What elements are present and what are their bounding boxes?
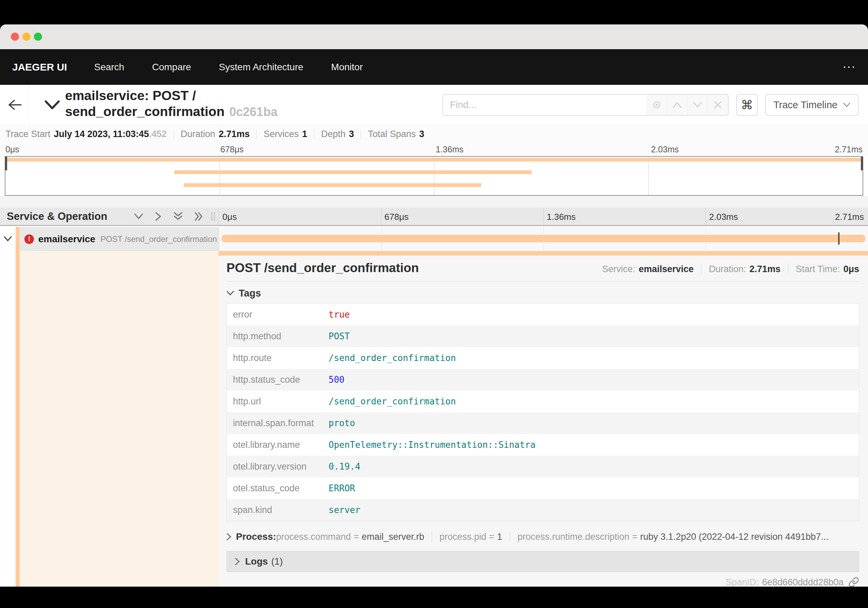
meta-duration: Duration: 2.71ms bbox=[701, 264, 781, 274]
tag-value: OpenTelemetry::Instrumentation::Sinatra bbox=[329, 440, 535, 450]
clear-find-icon[interactable] bbox=[708, 95, 728, 115]
trace-page-header: emailservice: POST / send_order_confirma… bbox=[0, 85, 868, 125]
span-log-marker[interactable] bbox=[838, 232, 840, 245]
summary-depth: Depth 3 bbox=[314, 129, 354, 140]
minimap-tick-4: 2.71ms bbox=[835, 145, 863, 154]
minimap-right-scrubber[interactable] bbox=[861, 157, 863, 170]
timeline-tick-1: 678μs bbox=[384, 212, 409, 222]
span-id-value: 6e8d660dddd28b0a bbox=[762, 577, 843, 587]
summary-services: Services 1 bbox=[256, 129, 307, 140]
chevron-right-icon bbox=[235, 558, 240, 565]
tag-value: server bbox=[329, 505, 360, 515]
tag-value: 500 bbox=[329, 375, 344, 385]
tag-key: otel.library.name bbox=[227, 440, 329, 450]
detail-divider bbox=[226, 281, 859, 281]
macos-titlebar bbox=[0, 25, 868, 49]
span-name-cell[interactable]: ! emailservice POST /send_order_confirma… bbox=[16, 227, 219, 251]
trace-title-line1: emailservice: POST / bbox=[65, 88, 196, 103]
trace-minimap[interactable] bbox=[5, 156, 863, 196]
tag-row-internal-span-format[interactable]: internal.span.format proto bbox=[227, 412, 859, 434]
copy-link-icon[interactable] bbox=[848, 577, 859, 587]
span-operation-name: POST /send_order_confirmation bbox=[100, 235, 217, 244]
trace-view-dropdown-label: Trace Timeline bbox=[773, 100, 837, 110]
detail-title-row: POST /send_order_confirmation Service: e… bbox=[226, 261, 859, 275]
tag-row-http-method[interactable]: http.method POST bbox=[227, 325, 859, 347]
chevron-right-icon bbox=[226, 533, 231, 541]
nav-item-compare[interactable]: Compare bbox=[152, 62, 191, 73]
span-gantt-area bbox=[219, 226, 868, 251]
expand-one-icon[interactable] bbox=[155, 212, 162, 221]
minimap-tick-2: 1.36ms bbox=[436, 145, 463, 154]
minimize-window-button[interactable] bbox=[22, 33, 31, 41]
timeline-tick-4: 2.71ms bbox=[835, 212, 864, 222]
timeline-header: Service & Operation bbox=[0, 208, 868, 226]
summary-trace-start: Trace Start July 14 2023, 11:03:45 .452 bbox=[5, 129, 167, 140]
process-runtime-description: process.runtime.description = ruby 3.1.2… bbox=[510, 532, 828, 542]
zoom-window-button[interactable] bbox=[34, 33, 42, 41]
trace-title-line2: send_order_confirmation bbox=[65, 104, 225, 119]
tag-key: otel.status_code bbox=[227, 483, 329, 494]
logs-section-toggle[interactable]: Logs (1) bbox=[226, 551, 859, 572]
trace-view-dropdown[interactable]: Trace Timeline bbox=[765, 94, 859, 116]
timeline-ticks: 0μs 678μs 1.36ms 2.03ms 2.71ms bbox=[219, 208, 868, 225]
span-service-name: emailservice bbox=[38, 234, 95, 245]
find-input[interactable] bbox=[443, 95, 646, 115]
tag-key: internal.span.format bbox=[227, 418, 329, 429]
timeline-tick-0: 0μs bbox=[222, 212, 237, 222]
detail-meta: Service: emailservice Duration: 2.71ms S… bbox=[602, 264, 859, 274]
minimap-tick-3: 2.03ms bbox=[651, 145, 679, 154]
collapse-all-icon[interactable] bbox=[173, 212, 183, 221]
trace-collapse-toggle[interactable] bbox=[41, 98, 63, 113]
tag-row-http-route[interactable]: http.route /send_order_confirmation bbox=[227, 347, 859, 369]
tag-row-http-url[interactable]: http.url /send_order_confirmation bbox=[227, 390, 859, 412]
tag-row-http-status-code[interactable]: http.status_code 500 bbox=[227, 369, 859, 390]
find-box bbox=[442, 94, 728, 116]
tags-table: error true http.method POST http.route /… bbox=[226, 303, 859, 521]
nav-item-system-architecture[interactable]: System Architecture bbox=[219, 62, 304, 73]
timeline-tick-3: 2.03ms bbox=[709, 212, 738, 222]
tag-row-otel-library-name[interactable]: otel.library.name OpenTelemetry::Instrum… bbox=[227, 434, 859, 456]
meta-service: Service: emailservice bbox=[602, 264, 694, 274]
detail-footer: SpanID: 6e8d660dddd28b0a bbox=[226, 577, 859, 587]
span-row: ! emailservice POST /send_order_confirma… bbox=[0, 226, 868, 251]
section-gap bbox=[0, 196, 868, 208]
tag-row-otel-library-version[interactable]: otel.library.version 0.19.4 bbox=[227, 456, 859, 477]
nav-item-monitor[interactable]: Monitor bbox=[331, 62, 363, 73]
tag-key: http.status_code bbox=[227, 375, 329, 385]
span-duration-bar[interactable] bbox=[222, 235, 866, 242]
tag-key: http.url bbox=[227, 396, 329, 407]
minimap-left-scrubber[interactable] bbox=[5, 157, 7, 170]
match-locate-icon[interactable] bbox=[646, 95, 667, 115]
tags-section-toggle[interactable]: Tags bbox=[226, 287, 859, 299]
detail-left-fill bbox=[20, 251, 219, 587]
nav-overflow-menu-icon[interactable]: ··· bbox=[843, 64, 856, 71]
back-button[interactable] bbox=[0, 85, 29, 125]
collapse-one-icon[interactable] bbox=[134, 213, 143, 220]
summary-total-spans: Total Spans 3 bbox=[361, 129, 424, 140]
process-section-toggle[interactable]: Process: process.command = email_server.… bbox=[226, 529, 859, 544]
span-collapse-toggle[interactable] bbox=[0, 226, 16, 251]
process-section-title: Process: bbox=[236, 531, 276, 542]
column-resize-handle[interactable] bbox=[211, 212, 215, 221]
tag-row-otel-status-code[interactable]: otel.status_code ERROR bbox=[227, 477, 859, 499]
keyboard-shortcuts-button[interactable]: ⌘ bbox=[736, 94, 758, 116]
summary-duration: Duration 2.71ms bbox=[174, 129, 250, 140]
service-operation-column-header: Service & Operation bbox=[0, 208, 219, 225]
meta-start-time: Start Time: 0μs bbox=[788, 264, 859, 274]
tag-key: otel.library.version bbox=[227, 462, 329, 472]
find-toolbar: ⌘ Trace Timeline bbox=[442, 94, 859, 116]
expand-all-icon[interactable] bbox=[194, 212, 204, 221]
tag-value: true bbox=[329, 309, 350, 320]
trace-title: emailservice: POST / send_order_confirma… bbox=[65, 87, 277, 120]
tag-key: http.route bbox=[227, 353, 329, 363]
app-window: JAEGER UI Search Compare System Architec… bbox=[0, 25, 868, 587]
jaeger-logo[interactable]: JAEGER UI bbox=[12, 61, 67, 73]
nav-item-search[interactable]: Search bbox=[94, 62, 124, 73]
minimap-span-bar bbox=[174, 170, 532, 174]
close-window-button[interactable] bbox=[11, 33, 19, 41]
tag-row-error[interactable]: error true bbox=[227, 304, 859, 325]
tag-row-span-kind[interactable]: span.kind server bbox=[227, 499, 859, 521]
tag-key: http.method bbox=[227, 331, 329, 342]
next-match-icon[interactable] bbox=[687, 95, 708, 115]
prev-match-icon[interactable] bbox=[667, 95, 687, 115]
